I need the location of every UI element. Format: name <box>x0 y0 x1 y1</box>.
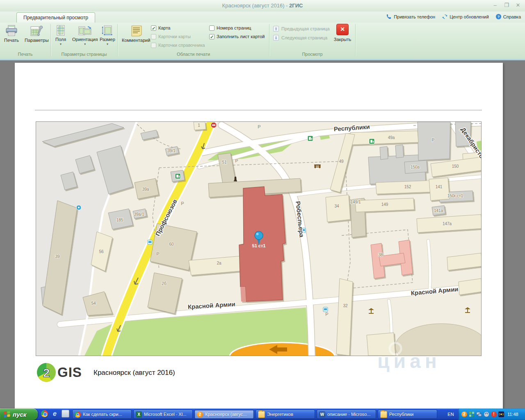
map-canvas: 139/139а39а/1185395654602б2а5149а49Р150а… <box>36 122 481 356</box>
volume-tray-icon[interactable] <box>484 411 489 417</box>
print-button[interactable]: Печать <box>2 24 21 44</box>
gas-station-icon <box>369 139 374 144</box>
dropdown-arrow-icon: ▼ <box>106 43 109 45</box>
checkbox-box <box>151 43 156 48</box>
tab-strip: Предварительный просмотр Привязать телеф… <box>0 11 525 23</box>
parking-label: Р <box>325 312 328 317</box>
bldg-label: 1 <box>198 123 200 128</box>
update-center-link[interactable]: Центр обновлений <box>442 14 489 20</box>
checkbox-Заполнить лист картой[interactable]: ✓Заполнить лист картой <box>209 34 265 39</box>
prev-page-button: ⬆ Предыдущая страница <box>273 25 330 32</box>
task-buttons: Как сделать скри...XMicrosoft Excel - Xl… <box>72 410 437 419</box>
chrome-icon <box>75 411 81 418</box>
quick-launch: e <box>41 410 69 418</box>
bldg-label: 141а <box>434 208 443 213</box>
close-icon: ✕ <box>336 24 349 35</box>
checkbox-box[interactable]: ✓ <box>209 34 215 39</box>
task-label: описание - Microso... <box>327 412 371 417</box>
taskbar-task-folder[interactable]: Республики <box>378 410 437 419</box>
orientation-button[interactable]: Ориентация ▼ <box>71 24 99 46</box>
checkbox-label: Карта <box>158 25 170 30</box>
taskbar-task-word[interactable]: Wописание - Microso... <box>317 410 376 419</box>
bldg-label: 152 <box>404 185 411 189</box>
word-icon: W <box>319 411 325 418</box>
internet-explorer-icon[interactable]: e <box>51 410 58 417</box>
show-desktop-icon[interactable] <box>62 410 69 418</box>
updates-tray-icon[interactable] <box>469 411 475 417</box>
margins-icon <box>55 25 66 36</box>
checkbox-box[interactable] <box>209 25 215 31</box>
margins-button[interactable]: Поля ▼ <box>54 24 68 46</box>
bldg-label: 54 <box>91 301 96 306</box>
start-button[interactable]: пуск <box>0 409 38 420</box>
checkbox-box[interactable]: ✓ <box>151 25 156 31</box>
help-icon: ? <box>495 14 502 20</box>
fountain-icon <box>76 205 81 210</box>
page-settings-icon <box>30 25 43 37</box>
close-window-button[interactable]: ✕ <box>514 2 522 8</box>
checkbox-Номера страниц[interactable]: Номера страниц <box>209 25 265 31</box>
settings-button[interactable]: Параметры <box>23 24 50 44</box>
comment-button[interactable]: Комментарий <box>120 24 152 44</box>
print-areas-column-2: Номера страниц✓Заполнить лист картой <box>209 25 265 39</box>
window-title: Красноярск (август 2016) - 2ГИС <box>0 2 525 9</box>
map-preview: 139/139а39а/1185395654602б2а5149а49Р150а… <box>36 121 482 356</box>
bldg-label: 51 <box>222 160 227 164</box>
checkbox-label: Номера страниц <box>217 25 251 30</box>
preview-page: 139/139а39а/1185395654602б2а5149а49Р150а… <box>15 63 503 409</box>
excel-icon: X <box>136 411 142 418</box>
signal-tray-icon[interactable] <box>498 411 504 417</box>
size-button[interactable]: Размер ▼ <box>98 24 117 46</box>
alert-tray-icon[interactable]: ! <box>491 411 497 417</box>
bus-stop-icon <box>323 307 328 312</box>
svg-text:2: 2 <box>43 366 50 379</box>
task-label: Как сделать скри... <box>83 412 122 417</box>
parking-label: Р <box>235 158 238 163</box>
2gis-icon: 2 <box>197 411 203 418</box>
gas-station-icon <box>175 173 180 179</box>
task-label: Красноярск (авгус... <box>205 412 247 417</box>
language-indicator[interactable]: EN <box>445 411 456 418</box>
taskbar-task-2gis[interactable]: 2Красноярск (авгус... <box>194 410 254 419</box>
group-label-print: Печать <box>0 50 50 58</box>
checkbox-Карта[interactable]: ✓Карта <box>151 25 205 31</box>
tab-print-preview[interactable]: Предварительный просмотр <box>16 12 95 23</box>
bldg-label: 38 <box>378 253 383 257</box>
checkbox-label: Карточки карты <box>158 34 191 39</box>
bldg-label: 56 <box>99 249 104 254</box>
2gis-tray-icon[interactable]: 2 <box>461 411 467 417</box>
2gis-logo-icon: 2 <box>36 362 57 383</box>
taskbar-task-chrome[interactable]: Как сделать скри... <box>72 410 132 419</box>
bus-stop-icon <box>148 240 152 244</box>
checkbox-label: Карточки справочника <box>158 43 205 48</box>
help-link[interactable]: ? Справка <box>495 14 521 20</box>
gis-logo-text: GIS <box>57 365 82 380</box>
network-tray-icon[interactable] <box>476 411 482 417</box>
windows-flag-icon <box>3 411 11 418</box>
chrome-icon[interactable] <box>41 410 48 417</box>
size-icon <box>102 25 113 36</box>
group-label-view: Просмотр <box>269 50 355 58</box>
folder-icon <box>380 411 387 418</box>
bind-phone-link[interactable]: Привязать телефон <box>386 14 435 20</box>
next-page-button: ⬇ Следующая страница <box>273 34 327 41</box>
bldg-label: 49 <box>339 159 344 164</box>
taskbar-task-excel[interactable]: XMicrosoft Excel - Xl... <box>133 410 193 419</box>
bldg-label: 32 <box>343 304 348 308</box>
bldg-label: 150г ст1 <box>447 194 463 198</box>
bldg-label: 34 <box>334 204 339 208</box>
minimize-button[interactable]: – <box>491 2 499 8</box>
clock: 11:48 <box>507 412 518 417</box>
bldg-label: 60 <box>169 242 174 247</box>
restore-button[interactable]: ❐ <box>503 2 510 8</box>
ribbon: Печать Параметры Поля ▼ <box>0 23 525 60</box>
close-preview-button[interactable]: ✕ Закрыть <box>331 24 354 42</box>
up-arrow-icon: ⬆ <box>273 26 279 32</box>
preview-workspace: 139/139а39а/1185395654602б2а5149а49Р150а… <box>0 60 525 409</box>
dropdown-arrow-icon: ▼ <box>59 43 62 45</box>
page-header-rule <box>35 110 482 110</box>
task-label: Республики <box>389 412 413 417</box>
bldg-label: 149 <box>381 202 388 207</box>
map-caption: Красноярск (август 2016) <box>94 369 175 377</box>
taskbar-task-folder[interactable]: Энергетиков <box>256 410 315 419</box>
